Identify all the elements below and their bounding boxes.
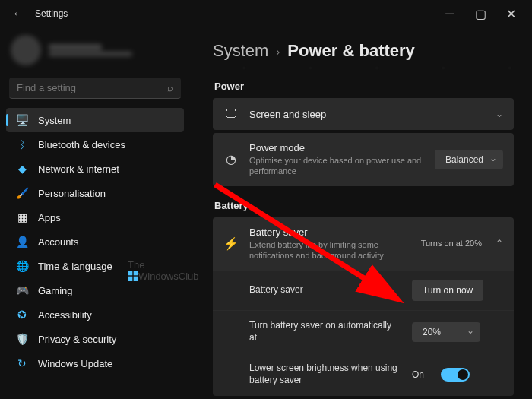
apps-icon: ▦ [15, 211, 29, 223]
nav-gaming[interactable]: 🎮Gaming [6, 278, 184, 302]
battery-saver-row[interactable]: ⚡ Battery saver Extend battery life by l… [213, 217, 514, 271]
breadcrumb-parent[interactable]: System [213, 41, 268, 61]
saver-toggle-row: Battery saver Turn on now [213, 270, 514, 310]
bluetooth-icon: ᛒ [15, 138, 29, 150]
nav-network[interactable]: ◆Network & internet [6, 157, 184, 181]
turn-on-now-button[interactable]: Turn on now [412, 280, 483, 301]
search-input[interactable] [17, 82, 167, 93]
accessibility-icon: ✪ [15, 309, 29, 321]
back-button[interactable]: ← [6, 7, 30, 21]
brightness-toggle[interactable] [441, 368, 470, 382]
nav-privacy[interactable]: 🛡️Privacy & security [6, 327, 184, 351]
chevron-down-icon: ⌄ [496, 109, 503, 119]
power-mode-select[interactable]: Balanced [435, 150, 503, 169]
breadcrumb: System › Power & battery [213, 41, 514, 61]
section-power-heading: Power [214, 81, 514, 92]
wifi-icon: ◆ [15, 163, 29, 175]
screen-sleep-row[interactable]: 🖵 Screen and sleep ⌄ [213, 98, 514, 130]
section-battery-heading: Battery [214, 200, 514, 211]
person-icon: 👤 [15, 236, 29, 248]
gaming-icon: 🎮 [15, 284, 29, 296]
battery-chart-axis: ····· [213, 64, 514, 71]
nav-system[interactable]: 🖥️System [6, 108, 184, 132]
chevron-up-icon: ⌃ [496, 238, 503, 249]
battery-saver-subpanel: Battery saver Turn on now Turn battery s… [213, 270, 514, 395]
nav-apps[interactable]: ▦Apps [6, 205, 184, 230]
brush-icon: 🖌️ [15, 187, 29, 199]
brightness-state: On [412, 369, 424, 380]
battery-icon: ⚡ [223, 236, 239, 251]
power-mode-row[interactable]: ◔ Power mode Optimise your device based … [213, 133, 514, 186]
auto-threshold-select[interactable]: 20% [412, 322, 480, 342]
nav-bluetooth[interactable]: ᛒBluetooth & devices [6, 132, 184, 157]
chevron-right-icon: › [276, 45, 280, 58]
search-icon: ⌕ [167, 82, 173, 93]
app-title: Settings [35, 8, 68, 19]
brightness-row: Lower screen brightness when using batte… [213, 353, 514, 395]
search-box[interactable]: ⌕ [9, 78, 181, 99]
nav-time[interactable]: 🌐Time & language [6, 254, 184, 278]
user-profile[interactable] [6, 30, 184, 76]
saver-auto-row: Turn battery saver on automatically at 2… [213, 310, 514, 353]
nav-accessibility[interactable]: ✪Accessibility [6, 302, 184, 327]
main-content: System › Power & battery ····· Power 🖵 S… [190, 27, 532, 399]
nav-list: 🖥️System ᛒBluetooth & devices ◆Network &… [6, 108, 184, 375]
page-title: Power & battery [287, 41, 415, 61]
maximize-button[interactable]: ▢ [465, 3, 496, 24]
gauge-icon: ◔ [223, 152, 239, 166]
sidebar: ⌕ 🖥️System ᛒBluetooth & devices ◆Network… [0, 27, 190, 399]
update-icon: ↻ [15, 357, 29, 369]
system-icon: 🖥️ [15, 114, 29, 126]
nav-personalisation[interactable]: 🖌️Personalisation [6, 181, 184, 205]
nav-accounts[interactable]: 👤Accounts [6, 230, 184, 254]
titlebar: ← Settings ─ ▢ ✕ [0, 0, 532, 27]
minimize-button[interactable]: ─ [435, 3, 465, 24]
close-button[interactable]: ✕ [496, 3, 526, 24]
nav-update[interactable]: ↻Windows Update [6, 351, 184, 375]
avatar [11, 35, 41, 65]
shield-icon: 🛡️ [15, 333, 29, 345]
saver-status: Turns on at 20% [421, 239, 482, 248]
globe-icon: 🌐 [15, 260, 29, 272]
monitor-icon: 🖵 [223, 107, 239, 121]
